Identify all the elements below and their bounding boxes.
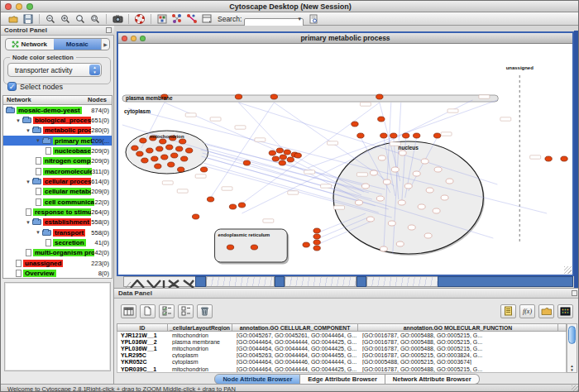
network-node[interactable] [132,146,138,151]
background-window[interactable] [366,276,439,287]
network-node[interactable] [446,179,453,184]
float-panel-icon[interactable] [572,290,577,296]
network-node[interactable] [186,148,193,153]
network-node[interactable] [171,153,178,158]
export-image-camera-icon[interactable] [112,13,123,24]
tree-row[interactable]: macromolecule311(0) [3,166,112,176]
network-node[interactable] [313,246,320,251]
network-node[interactable] [294,153,301,158]
create-attribute-icon[interactable] [140,304,156,318]
network-node[interactable] [238,203,245,208]
table-column-header[interactable] [558,323,567,332]
network-node[interactable] [380,133,387,138]
network-node[interactable] [178,167,184,172]
network-node[interactable] [380,246,387,251]
background-window[interactable] [206,276,275,287]
network-node[interactable] [366,217,374,222]
birds-eye-view[interactable] [4,282,111,371]
attribute-select-icon[interactable] [121,304,136,318]
tree-row[interactable]: mosaic-demo-yeast874(0) [3,105,112,115]
network-node[interactable] [376,94,383,99]
network-node[interactable] [404,184,412,189]
expander-icon[interactable]: ▼ [26,220,31,225]
network-node[interactable] [181,156,188,161]
select-nodes-checkbox[interactable]: ✓ [7,82,17,91]
edge-vizmapper-icon[interactable] [186,13,198,24]
expander-icon[interactable]: ▼ [36,138,41,143]
network-node[interactable] [421,159,428,164]
more-tabs-icon[interactable]: ▶ [101,39,109,50]
network-node[interactable] [426,188,433,193]
network-node[interactable] [390,133,397,138]
network-node[interactable] [207,197,213,202]
network-node[interactable] [151,156,158,161]
network-node[interactable] [280,155,286,160]
network-node[interactable] [156,146,163,151]
zoom-fit-icon[interactable] [74,13,86,24]
expander-icon[interactable]: ▼ [36,230,41,235]
tree-row[interactable]: secretion41(0) [3,237,112,247]
unselect-attributes-icon[interactable] [178,304,194,318]
zoom-in-icon[interactable] [60,13,71,24]
network-node[interactable] [155,164,161,169]
network-node[interactable] [376,196,384,201]
network-node[interactable] [313,240,320,245]
network-node[interactable] [146,148,153,153]
save-session-icon[interactable] [22,13,34,24]
network-node[interactable] [424,233,432,238]
tree-row[interactable]: ▼biological_process651(0) [3,115,112,125]
network-node[interactable] [243,160,250,165]
delete-attribute-icon[interactable] [197,304,213,318]
network-node[interactable] [398,200,405,205]
network-node[interactable] [140,138,146,143]
table-column-header[interactable]: _cellularLayoutRegion [168,323,232,332]
plasma-membrane-region[interactable] [122,95,498,102]
network-node[interactable] [378,117,385,122]
network-node[interactable] [276,148,283,153]
network-node[interactable] [166,145,173,150]
network-node[interactable] [418,204,425,209]
network-node[interactable] [136,151,143,156]
network-node[interactable] [383,179,390,184]
tree-row[interactable]: cellular metabo209(0) [3,187,112,197]
formula-builder-icon[interactable]: f(x) [519,304,535,318]
enhanced-search-index-icon[interactable] [308,13,319,24]
vizmapper-icon[interactable] [171,13,183,24]
tree-row[interactable]: nucleobase-209(0) [3,146,112,155]
tree-row[interactable]: nitrogen compo209(0) [3,156,112,166]
network-node[interactable] [357,133,364,138]
tree-row[interactable]: ▼establishment of lo558(0) [3,218,112,227]
network-node[interactable] [235,94,242,99]
network-node[interactable] [378,155,385,160]
scrollbar-thumb[interactable] [568,326,576,344]
network-node[interactable] [399,151,406,155]
import-attributes-icon[interactable] [538,304,554,318]
network-node[interactable] [272,156,279,161]
tree-row[interactable]: cell communicat22(0) [3,197,112,207]
network-node[interactable] [176,146,183,151]
zoom-out-icon[interactable] [45,13,56,24]
table-row[interactable]: YDR039C__1mitochondrion[GO:0044464, GO:0… [117,366,566,372]
network-node[interactable] [408,225,415,230]
node-color-combo[interactable]: transporter activity ▲▼ [7,63,102,77]
table-row[interactable]: YKR052Ccytoplasm[GO:0044464, GO:0044446,… [117,359,566,366]
tree-row[interactable]: Overview8(0) [3,269,112,279]
attribute-matrix-icon[interactable] [557,304,573,318]
tree-row[interactable]: unassigned223(0) [3,258,112,268]
tree-row[interactable]: ▼cellular process614(0) [3,176,112,186]
network-node[interactable] [168,162,175,167]
network-node[interactable] [441,195,448,200]
background-window-titlebar[interactable] [438,276,573,287]
network-node[interactable] [284,150,290,155]
expander-icon[interactable]: ▼ [26,128,31,133]
tab-network[interactable]: Network [6,39,54,50]
network-window-titlebar[interactable]: primary metabolic process [118,33,572,44]
network-node[interactable] [396,241,404,246]
network-node[interactable] [433,208,440,213]
help-lifebuoy-icon[interactable] [134,13,146,24]
network-node[interactable] [313,234,320,239]
scrollbar-arrows[interactable]: ▲▼ [567,364,577,372]
network-node[interactable] [413,171,420,176]
network-node[interactable] [160,139,166,144]
zoom-selected-icon[interactable] [89,13,101,24]
